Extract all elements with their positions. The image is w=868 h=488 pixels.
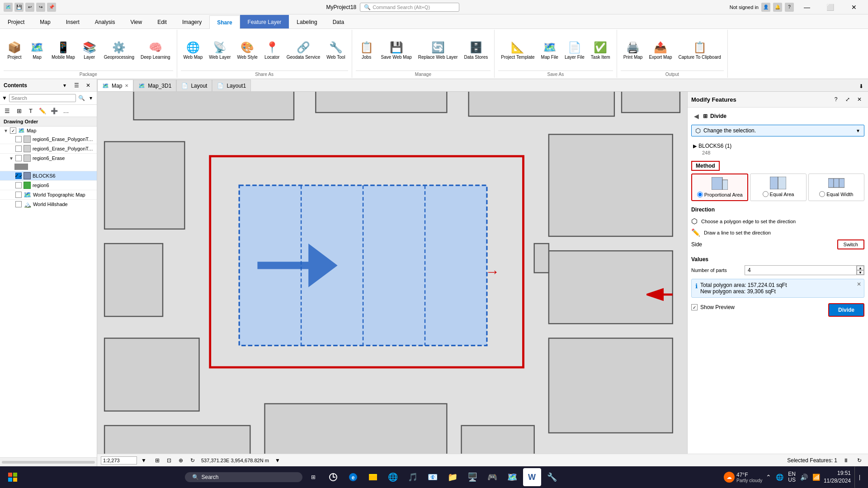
layer-check-region6-erase[interactable] <box>15 155 22 161</box>
tab-feature-layer[interactable]: Feature Layer <box>240 15 289 28</box>
group-icon[interactable]: ⊞ <box>14 106 24 116</box>
tray-icon-1[interactable]: ⌃ <box>766 474 771 481</box>
web-tool-button[interactable]: 🔧 Web Tool <box>324 34 348 67</box>
divide-button[interactable]: Divide <box>828 303 864 317</box>
task-item-button[interactable]: ✅ Task Item <box>588 34 613 67</box>
layer-item-map[interactable]: ▼ 🗺️ Map <box>0 127 97 135</box>
taskbar-app-app2[interactable]: 🌐 <box>384 468 402 486</box>
tree-expand-icon[interactable]: ▶ <box>693 143 697 149</box>
mobile-map-button[interactable]: 📱 Mobile Map <box>49 34 78 67</box>
layer-check-region6-2[interactable] <box>15 145 22 152</box>
taskbar-app-word[interactable]: W <box>523 468 541 486</box>
taskbar-app-edge[interactable]: e <box>344 468 362 486</box>
export-map-button[interactable]: 📤 Export Map <box>646 34 675 67</box>
pin-icon[interactable]: 📌 <box>47 3 56 12</box>
data-stores-button[interactable]: 🗄️ Data Stores <box>461 34 491 67</box>
scale-input[interactable] <box>101 456 137 465</box>
layer-check-region6[interactable] <box>15 182 22 188</box>
web-layer-button[interactable]: 📡 Web Layer <box>206 34 233 67</box>
direction-item-2[interactable]: ✏️ Draw a line to set the direction <box>691 227 864 238</box>
tab-analysis[interactable]: Analysis <box>87 15 123 28</box>
info-close-icon[interactable]: ✕ <box>857 281 861 287</box>
more-tools-icon[interactable]: … <box>61 106 71 116</box>
tab-insert[interactable]: Insert <box>58 15 87 28</box>
project-button[interactable]: 📦 Project <box>4 34 25 67</box>
direction-item-1[interactable]: ⬡ Choose a polygon edge to set the direc… <box>691 216 864 227</box>
help-icon[interactable]: ? <box>785 3 794 12</box>
volume-icon[interactable]: 🔊 <box>800 474 808 481</box>
scale-dropdown-icon[interactable]: ▼ <box>139 455 149 465</box>
taskbar-app-arcgis[interactable]: 🗺️ <box>503 468 521 486</box>
method-equal-width[interactable]: Equal Width <box>808 174 864 201</box>
labeling-icon[interactable]: T <box>25 106 36 116</box>
taskbar-app-app3[interactable]: 🎵 <box>404 468 422 486</box>
zoom-to-layer-icon[interactable]: ⊡ <box>164 455 174 465</box>
tab-share[interactable]: Share <box>209 15 240 29</box>
layer-file-button[interactable]: 📄 Layer File <box>562 34 587 67</box>
taskbar-app-app7[interactable]: 🎮 <box>483 468 501 486</box>
options-icon[interactable]: ☰ <box>71 80 81 90</box>
network-icon[interactable]: 📶 <box>812 474 820 481</box>
redo-icon[interactable]: ↪ <box>36 3 45 12</box>
taskbar-app-taskview[interactable]: ⊞ <box>304 468 322 486</box>
help-modify-icon[interactable]: ? <box>831 94 841 104</box>
switch-button[interactable]: Switch <box>837 239 864 249</box>
show-preview-check[interactable] <box>691 304 698 310</box>
layer-check-blocks6[interactable]: ✓ <box>15 173 22 179</box>
selection-dropdown[interactable]: ⬡ Change the selection. ▼ <box>691 125 864 136</box>
replace-web-layer-button[interactable]: 🔄 Replace Web Layer <box>415 34 461 67</box>
geoprocessing-button[interactable]: ⚙️ Geoprocessing <box>101 34 137 67</box>
horizontal-scrollbar[interactable] <box>0 457 97 466</box>
num-parts-input[interactable] <box>745 266 856 275</box>
num-parts-down[interactable]: ▼ <box>857 270 864 275</box>
refresh-icon[interactable]: ↻ <box>854 455 864 465</box>
map-file-button[interactable]: 🗺️ Map File <box>538 34 561 67</box>
pop-out-icon[interactable]: ⤢ <box>843 94 853 104</box>
tab-map-3d[interactable]: 🗺️ Map_3D1 <box>133 80 176 91</box>
taskbar-app-app5[interactable]: 📁 <box>443 468 462 486</box>
map-button[interactable]: 🗺️ Map <box>26 34 48 67</box>
tab-map-view[interactable]: 🗺️ Map ✕ <box>97 80 133 91</box>
taskbar-app-files[interactable] <box>364 468 382 486</box>
layer-button[interactable]: 📚 Layer <box>79 34 100 67</box>
grid-icon[interactable]: ⊞ <box>152 455 162 465</box>
equal-area-radio[interactable] <box>763 191 769 197</box>
add-layer-icon[interactable]: ➕ <box>49 106 60 116</box>
locator-button[interactable]: 📍 Locator <box>261 34 283 67</box>
zoom-in-icon[interactable]: ⊕ <box>176 455 186 465</box>
layer-item-world-hillshade[interactable]: ▼ 🏔️ World Hillshade <box>0 199 97 209</box>
save-web-map-button[interactable]: 💾 Save Web Map <box>378 34 415 67</box>
proportional-radio[interactable] <box>697 192 703 197</box>
layer-check-region6-1[interactable] <box>15 136 22 142</box>
pause-icon[interactable]: ⏸ <box>841 455 851 465</box>
command-search[interactable]: 🔍 Command Search (Alt+Q) <box>360 3 459 12</box>
tab-edit[interactable]: Edit <box>150 15 175 28</box>
bell-icon[interactable]: 🔔 <box>773 3 782 12</box>
num-parts-up[interactable]: ▲ <box>857 266 864 270</box>
show-desktop-btn[interactable]: | <box>854 466 864 488</box>
tab-project[interactable]: Project <box>0 15 32 28</box>
tab-layout[interactable]: 📄 Layout <box>176 80 212 91</box>
layer-check-world-hillshade[interactable] <box>15 201 22 207</box>
layer-check-world-topo[interactable] <box>15 192 22 198</box>
tab-labeling[interactable]: Labeling <box>289 15 325 28</box>
layer-item-region6-erase-2[interactable]: ▼ region6_Erase_PolygonToCente <box>0 144 97 153</box>
jobs-button[interactable]: 📋 Jobs <box>356 34 377 67</box>
layer-item-region6-erase-1[interactable]: ▼ region6_Erase_PolygonToCente1 <box>0 135 97 144</box>
map-tab-close[interactable]: ✕ <box>125 83 128 88</box>
close-modify-icon[interactable]: ✕ <box>854 94 864 104</box>
tab-view[interactable]: View <box>123 15 150 28</box>
capture-clipboard-button[interactable]: 📋 Capture To Clipboard <box>676 34 724 67</box>
edit-tool-icon[interactable]: ✏️ <box>37 106 48 116</box>
layer-item-region6[interactable]: ▼ region6 <box>0 180 97 190</box>
taskbar-app-widgets[interactable] <box>324 468 342 486</box>
search-go-icon[interactable]: 🔍 <box>78 93 85 103</box>
start-button[interactable] <box>4 468 22 486</box>
layer-item-world-topo[interactable]: ▼ 🗺️ World Topographic Map <box>0 190 97 199</box>
layer-check-map[interactable] <box>10 127 16 134</box>
back-arrow[interactable]: ◀ <box>691 111 701 121</box>
tray-icon-2[interactable]: 🌐 <box>776 474 783 481</box>
close-button[interactable]: ✕ <box>844 0 864 14</box>
tab-data[interactable]: Data <box>325 15 352 28</box>
map-panel-close[interactable]: ⬇ <box>856 81 866 91</box>
